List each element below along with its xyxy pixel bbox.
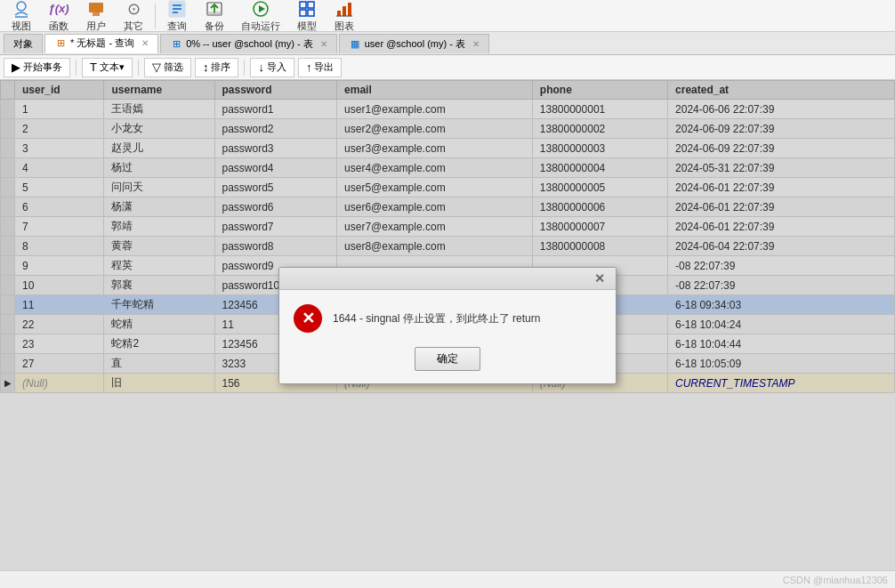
toolbar-autorun[interactable]: 自动运行 [234,0,287,35]
text-button[interactable]: T 文本▾ [82,58,133,77]
toolbar-user[interactable]: 用户 [78,0,114,35]
modal-close-button[interactable]: ✕ [591,271,609,286]
user-icon [86,0,106,19]
tab-query-icon: ⊞ [54,37,67,50]
toolbar-other-label: 其它 [124,20,143,33]
toolbar-chart[interactable]: 图表 [327,0,362,35]
svg-point-0 [17,2,26,11]
svg-rect-17 [337,11,341,16]
svg-rect-19 [348,3,351,16]
view-icon [12,0,31,19]
toolbar-divider-1 [155,4,156,28]
function-icon: ƒ(x) [49,0,69,19]
tab-bar: 对象 ⊞ * 无标题 - 查询 ✕ ⊞ 0% -- user @school (… [0,32,895,55]
toolbar-autorun-label: 自动运行 [241,20,280,33]
query-icon [167,0,187,19]
export-label: 导出 [314,60,334,74]
backup-icon [205,0,224,19]
filter-button[interactable]: ▽ 筛选 [144,58,191,77]
tab-query[interactable]: ⊞ * 无标题 - 查询 ✕ [44,34,158,53]
start-transaction-button[interactable]: ▶ 开始事务 [4,58,70,77]
chart-icon [335,0,354,19]
main-toolbar: 视图 ƒ(x) 函数 用户 ⊙ 其它 查询 [0,0,895,32]
tab-table-close[interactable]: ✕ [472,39,480,49]
other-icon: ⊙ [124,0,143,19]
toolbar-backup[interactable]: 备份 [197,0,232,35]
action-sep-1 [76,60,77,76]
toolbar-backup-label: 备份 [205,20,224,33]
tab-object-label: 对象 [13,37,33,51]
toolbar-chart-label: 图表 [335,20,354,33]
svg-rect-16 [308,10,314,16]
data-table-area: user_id username password email phone cr… [0,80,895,570]
modal-ok-button[interactable]: 确定 [415,347,480,371]
toolbar-model[interactable]: 模型 [289,0,325,35]
modal-footer: 确定 [279,340,616,383]
modal-overlay: ✕ ✕ 1644 - singnal 停止设置，到此终止了 return 确定 [0,80,895,570]
error-dialog: ✕ ✕ 1644 - singnal 停止设置，到此终止了 return 确定 [278,267,617,384]
start-transaction-icon: ▶ [12,60,20,74]
svg-marker-12 [259,5,265,12]
tab-progress-close[interactable]: ✕ [320,39,327,49]
text-label: 文本▾ [100,60,125,74]
svg-rect-10 [207,12,222,15]
tab-table-label: user @school (my) - 表 [365,37,465,51]
tab-progress-icon: ⊞ [170,37,182,50]
text-icon: T [90,60,97,74]
tab-progress[interactable]: ⊞ 0% -- user @school (my) - 表 ✕ [160,34,337,53]
modal-message: 1644 - singnal 停止设置，到此终止了 return [333,310,540,326]
error-icon: ✕ [294,304,322,333]
toolbar-query-label: 查询 [167,20,187,33]
start-transaction-label: 开始事务 [23,60,62,74]
toolbar-other[interactable]: ⊙ 其它 [116,0,151,35]
filter-label: 筛选 [164,60,183,74]
toolbar-function-label: 函数 [49,20,69,33]
svg-rect-2 [89,3,103,12]
autorun-icon [251,0,270,19]
sort-label: 排序 [211,60,230,74]
svg-rect-14 [308,2,314,8]
toolbar-user-label: 用户 [86,20,106,33]
modal-titlebar: ✕ [279,268,616,290]
import-label: 导入 [267,60,286,74]
sort-icon: ↕ [203,60,209,74]
import-icon: ↓ [258,60,264,74]
toolbar-view[interactable]: 视图 [4,0,39,35]
toolbar-query[interactable]: 查询 [159,0,195,35]
tab-object[interactable]: 对象 [4,34,43,53]
svg-rect-13 [300,2,306,8]
model-icon [297,0,317,19]
tab-query-label: * 无标题 - 查询 [70,36,134,50]
bottom-bar: CSDN @mianhua12306 [0,570,895,588]
export-button[interactable]: ↑ 导出 [298,58,343,77]
tab-progress-label: 0% -- user @school (my) - 表 [186,37,313,51]
toolbar-model-label: 模型 [297,20,317,33]
import-button[interactable]: ↓ 导入 [250,58,294,77]
svg-rect-3 [93,12,100,16]
modal-body: ✕ 1644 - singnal 停止设置，到此终止了 return [279,290,616,340]
action-sep-2 [138,60,139,76]
tab-table[interactable]: ▦ user @school (my) - 表 ✕ [339,34,489,53]
filter-icon: ▽ [152,60,161,74]
export-icon: ↑ [306,60,312,74]
svg-rect-15 [300,10,306,16]
tab-table-icon: ▦ [349,37,361,50]
tab-query-close[interactable]: ✕ [141,38,149,48]
svg-rect-18 [343,6,346,16]
watermark: CSDN @mianhua12306 [783,575,888,585]
sort-button[interactable]: ↕ 排序 [195,58,239,77]
toolbar-function[interactable]: ƒ(x) 函数 [41,0,77,35]
action-bar: ▶ 开始事务 T 文本▾ ▽ 筛选 ↕ 排序 ↓ 导入 ↑ 导出 [0,55,895,80]
toolbar-view-label: 视图 [12,20,31,33]
action-sep-3 [244,60,245,76]
